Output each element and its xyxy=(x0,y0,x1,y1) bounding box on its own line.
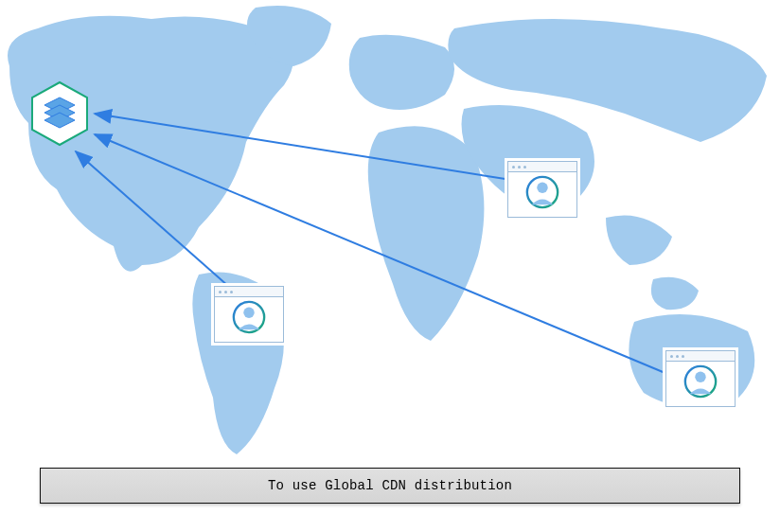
browser-titlebar xyxy=(508,162,576,172)
caption-text: To use Global CDN distribution xyxy=(268,478,512,493)
world-map xyxy=(0,0,780,532)
user-avatar-icon xyxy=(682,364,718,399)
diagram-stage: To use Global CDN distribution xyxy=(0,0,780,532)
user-avatar-icon xyxy=(231,299,267,335)
user-card-south-america xyxy=(214,286,284,343)
server-icon xyxy=(30,80,89,147)
svg-point-5 xyxy=(243,307,254,317)
caption-button[interactable]: To use Global CDN distribution xyxy=(40,468,740,504)
user-avatar-icon xyxy=(524,174,560,210)
user-card-south-asia xyxy=(507,161,577,218)
svg-point-9 xyxy=(695,371,705,381)
browser-titlebar xyxy=(215,287,283,297)
svg-point-7 xyxy=(537,182,547,192)
user-card-australia xyxy=(665,350,736,407)
browser-titlebar xyxy=(666,351,735,362)
